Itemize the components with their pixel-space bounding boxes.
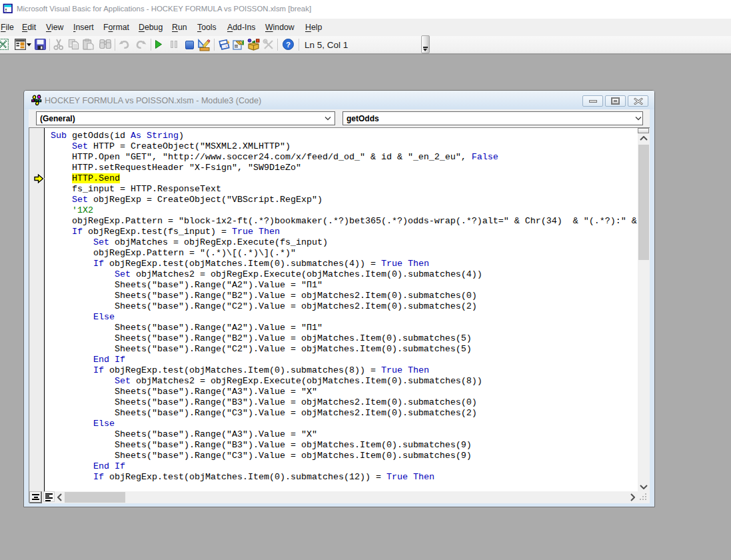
svg-text:?: ? xyxy=(286,41,291,49)
